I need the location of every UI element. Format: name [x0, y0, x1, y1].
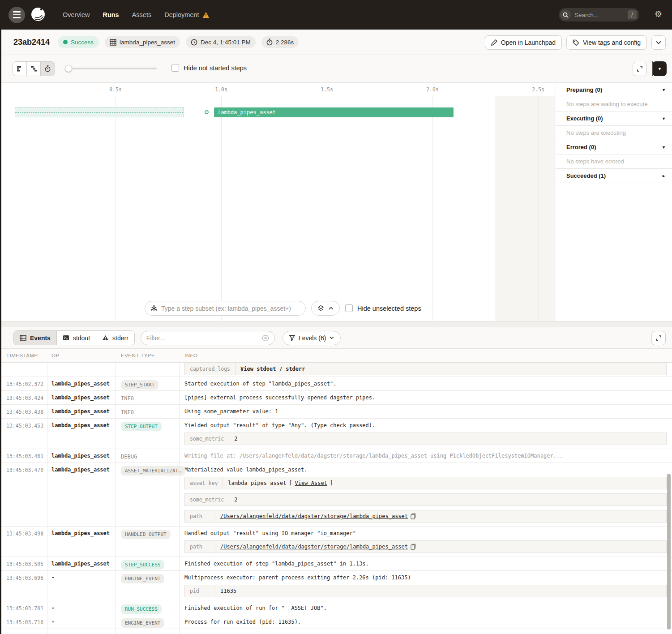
- log-info-cell: Using some_parameter value: 1: [184, 405, 672, 418]
- reexecute-all-button[interactable]: Re-execute all (*) ▼: [652, 61, 667, 76]
- job-chip[interactable]: lambda_pipes_asset: [105, 36, 180, 48]
- metadata-path-link[interactable]: /Users/alangenfeld/data/dagster/storage/…: [220, 544, 408, 550]
- hamburger-menu-icon[interactable]: [9, 7, 25, 23]
- log-row[interactable]: 13:45:03.461lambda_pipes_assetDEBUGWriti…: [0, 449, 672, 463]
- search-placeholder: Search...: [574, 12, 628, 18]
- step-subset-input[interactable]: Type a step subset (ex: lambda_pipes_ass…: [145, 301, 306, 316]
- nav-item-overview[interactable]: Overview: [63, 11, 90, 18]
- open-in-launchpad-button[interactable]: Open in Launchpad: [485, 35, 562, 50]
- metadata-key: some_metric: [185, 433, 229, 445]
- log-op-name: lambda_pipes_asset: [51, 422, 110, 428]
- log-op-name: -: [51, 574, 55, 581]
- log-timestamp[interactable]: 13:45:03.505: [6, 561, 43, 567]
- axis-tick-label: 2.0s: [426, 86, 439, 93]
- log-row[interactable]: 13:45:03.453lambda_pipes_assetSTEP_OUTPU…: [0, 419, 672, 449]
- log-message: Finished execution of step "lambda_pipes…: [184, 561, 667, 567]
- settings-gear-icon[interactable]: ⚙: [655, 10, 662, 18]
- axis-gridline: [327, 96, 327, 321]
- log-info-cell: [pipes] external process successfully op…: [184, 391, 672, 404]
- clear-filter-icon[interactable]: [262, 334, 269, 342]
- metadata-value-text: View stdout / stderr: [240, 366, 305, 372]
- view-mode-waterfall-icon[interactable]: [27, 62, 41, 76]
- event-type-badge: ENGINE_EVENT: [121, 574, 164, 583]
- log-row[interactable]: 13:45:03.498lambda_pipes_assetHANDLED_OU…: [0, 527, 672, 557]
- log-timestamp[interactable]: 13:45:03.424: [6, 395, 43, 401]
- view-asset-link[interactable]: View Asset: [295, 480, 327, 486]
- log-info-cell: Yielded output "result" of type "Any". (…: [184, 419, 672, 449]
- graph-options-button[interactable]: [311, 301, 340, 316]
- view-tags-config-button[interactable]: View tags and config: [566, 35, 647, 50]
- zoom-slider-knob[interactable]: [65, 65, 72, 72]
- panel-splitter[interactable]: [0, 321, 672, 327]
- log-row[interactable]: 13:45:03.470lambda_pipes_assetASSET_MATE…: [0, 463, 672, 527]
- log-row[interactable]: 13:45:03.505lambda_pipes_assetSTEP_SUCCE…: [0, 557, 672, 571]
- log-timestamp[interactable]: 13:45:03.438: [6, 409, 43, 415]
- log-timestamp[interactable]: 13:45:03.470: [6, 467, 43, 473]
- sidebar-section-executing[interactable]: Executing (0)▾: [556, 111, 672, 126]
- nav-item-deployment[interactable]: Deployment: [164, 11, 209, 18]
- view-mode-flat-icon[interactable]: [13, 62, 27, 76]
- tab-stdout[interactable]: stdout: [57, 331, 96, 345]
- sidebar-section-succeeded[interactable]: Succeeded (1)▸: [556, 169, 672, 183]
- clock-icon: [191, 39, 197, 46]
- log-scrollbar-thumb[interactable]: [667, 474, 671, 630]
- axis-tick-label: 2.5s: [532, 86, 544, 93]
- reexecute-dropdown-caret[interactable]: ▼: [652, 61, 667, 76]
- metadata-value: /Users/alangenfeld/data/dagster/storage/…: [215, 510, 421, 522]
- log-row[interactable]: captured_logsView stdout / stderr: [0, 363, 672, 377]
- tab-events[interactable]: Events: [14, 331, 57, 345]
- metadata-path-link[interactable]: /Users/alangenfeld/data/dagster/storage/…: [220, 513, 408, 519]
- log-tabs: Events stdout stderr: [13, 330, 135, 345]
- log-row[interactable]: 13:45:03.424lambda_pipes_assetINFO[pipes…: [0, 391, 672, 405]
- log-filter-input[interactable]: Filter...: [141, 331, 275, 345]
- gantt-step-bar[interactable]: lambda_pipes_asset: [214, 107, 454, 117]
- log-fullscreen-button[interactable]: [651, 331, 666, 345]
- metadata-value: /Users/alangenfeld/data/dagster/storage/…: [215, 541, 421, 553]
- sidebar-section-errored[interactable]: Errored (0)▾: [556, 140, 672, 154]
- log-timestamp[interactable]: 13:45:03.696: [6, 575, 43, 581]
- sidebar-section-preparing[interactable]: Preparing (0)▾: [556, 83, 672, 97]
- log-timestamp[interactable]: 13:45:03.701: [6, 605, 43, 612]
- gantt-fullscreen-button[interactable]: [633, 62, 647, 76]
- chevron-down-icon: [330, 336, 334, 339]
- run-actions-dropdown-button[interactable]: [651, 35, 666, 50]
- log-row[interactable]: 13:45:02.372lambda_pipes_assetSTEP_START…: [0, 377, 672, 391]
- metadata-table: some_metric2: [184, 433, 667, 445]
- copy-icon[interactable]: [411, 513, 416, 519]
- sidebar-empty-message: No steps are waiting to execute: [556, 97, 672, 111]
- dagster-logo-icon[interactable]: [29, 5, 47, 24]
- datetime-chip[interactable]: Dec 4, 1:45:01 PM: [186, 36, 256, 48]
- copy-icon[interactable]: [411, 544, 416, 550]
- hide-not-started-checkbox[interactable]: [171, 64, 179, 72]
- log-message: Process for run exited (pid: 11635).: [184, 619, 667, 625]
- event-type-badge: STEP_OUTPUT: [121, 422, 162, 431]
- log-row[interactable]: 13:45:03.696-ENGINE_EVENTMultiprocess ex…: [0, 571, 672, 601]
- log-timestamp[interactable]: 13:45:03.716: [6, 619, 43, 625]
- log-timestamp[interactable]: 13:45:02.372: [6, 381, 43, 387]
- zoom-slider[interactable]: [65, 68, 157, 69]
- log-timestamp[interactable]: 13:45:03.498: [6, 531, 43, 537]
- log-row[interactable]: 13:45:03.701-RUN_SUCCESSFinished executi…: [0, 601, 672, 615]
- terminal-icon: [63, 335, 69, 341]
- event-type-text: DEBUG: [121, 454, 137, 460]
- sidebar-empty-message: No steps are executing: [556, 126, 672, 140]
- log-op-name: lambda_pipes_asset: [51, 561, 110, 567]
- log-event-type: STEP_START: [121, 380, 158, 390]
- view-mode-timed-icon[interactable]: [41, 62, 55, 76]
- levels-filter-button[interactable]: Levels (6): [282, 331, 341, 345]
- axis-tick-label: 1.5s: [321, 86, 333, 93]
- log-event-type: INFO: [121, 394, 134, 402]
- metadata-key: some_metric: [185, 494, 229, 505]
- tab-stderr[interactable]: stderr: [96, 331, 134, 345]
- nav-item-assets[interactable]: Assets: [132, 11, 152, 18]
- nav-item-runs[interactable]: Runs: [103, 11, 119, 18]
- log-table-header: TIMESTAMP OP EVENT TYPE INFO: [0, 348, 672, 363]
- log-row[interactable]: 13:45:03.716-ENGINE_EVENTProcess for run…: [0, 615, 672, 629]
- hide-unselected-checkbox[interactable]: [345, 304, 353, 312]
- metadata-key: path: [185, 541, 215, 553]
- search-input[interactable]: Search... /: [559, 8, 639, 21]
- log-timestamp[interactable]: 13:45:03.453: [6, 423, 43, 429]
- success-dot-icon: [63, 40, 68, 44]
- log-row[interactable]: 13:45:03.438lambda_pipes_assetINFOUsing …: [0, 405, 672, 419]
- log-timestamp[interactable]: 13:45:03.461: [6, 453, 43, 459]
